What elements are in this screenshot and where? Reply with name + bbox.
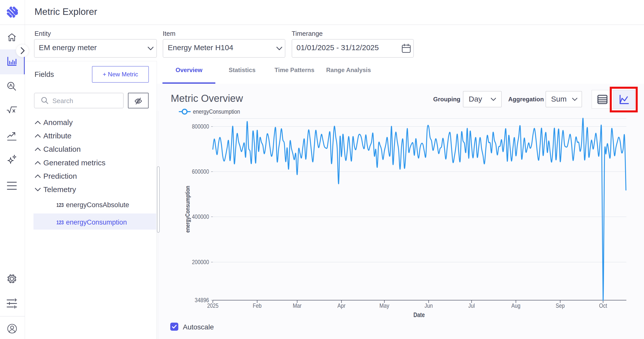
svg-text:2025: 2025 bbox=[207, 302, 219, 309]
svg-text:energyConsumption: energyConsumption bbox=[193, 108, 240, 115]
svg-text:Feb: Feb bbox=[253, 302, 262, 309]
svg-text:Mar: Mar bbox=[293, 302, 301, 309]
svg-text:Aug: Aug bbox=[511, 302, 520, 309]
svg-text:Apr: Apr bbox=[337, 302, 346, 309]
svg-text:Jul: Jul bbox=[468, 302, 475, 309]
svg-text:Sep: Sep bbox=[556, 302, 565, 309]
svg-text:34896: 34896 bbox=[195, 297, 209, 303]
svg-text:May: May bbox=[380, 302, 389, 309]
svg-text:200000: 200000 bbox=[192, 259, 209, 265]
svg-text:energyConsumption: energyConsumption bbox=[184, 186, 191, 233]
svg-text:800000: 800000 bbox=[192, 123, 209, 130]
svg-text:Jun: Jun bbox=[425, 302, 433, 309]
svg-text:600000: 600000 bbox=[192, 168, 209, 175]
svg-text:Oct: Oct bbox=[599, 302, 607, 309]
svg-text:Date: Date bbox=[414, 311, 425, 318]
svg-text:400000: 400000 bbox=[192, 213, 209, 220]
